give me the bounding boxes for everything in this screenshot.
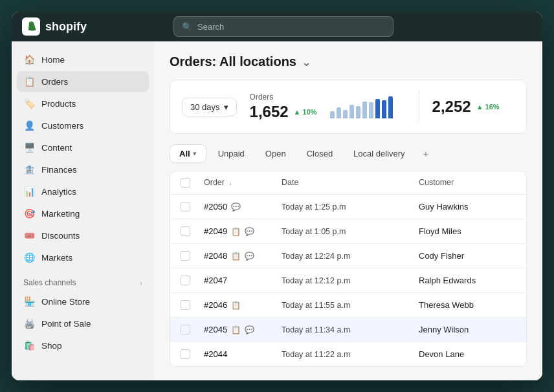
orders-value: 1,652 xyxy=(250,103,289,121)
tab-add-button[interactable]: + xyxy=(417,144,436,163)
order-customer: Theresa Webb xyxy=(419,300,516,310)
sidebar-item-analytics[interactable]: 📊 Analytics xyxy=(17,181,149,202)
tab-open[interactable]: Open xyxy=(256,145,295,162)
table-row[interactable]: #2045 📋💬 Today at 11:34 a.m Jenny Wilson xyxy=(170,318,526,342)
sidebar-item-shop[interactable]: 🛍️ Shop xyxy=(17,335,149,356)
sidebar-item-point-of-sale[interactable]: 🖨️ Point of Sale xyxy=(17,313,149,334)
table-row[interactable]: #2044 Today at 11:22 a.m Devon Lane xyxy=(170,342,526,366)
row-checkbox[interactable] xyxy=(181,202,204,212)
table-row[interactable]: #2049 📋💬 Today at 1:05 p.m Floyd Miles xyxy=(170,219,526,244)
orders-value-row: 1,652 10% xyxy=(250,103,317,121)
order-date: Today at 12:24 p.m xyxy=(282,252,419,261)
order-customer: Devon Lane xyxy=(419,349,516,359)
sidebar-item-online-store[interactable]: 🏪 Online Store xyxy=(17,291,149,312)
chevron-right-icon: › xyxy=(140,279,142,287)
date-filter[interactable]: 30 days ▾ xyxy=(182,98,237,116)
tab-all-chevron-icon: ▾ xyxy=(193,149,197,158)
chart-bar xyxy=(388,96,393,118)
analytics-icon: 📊 xyxy=(23,186,35,197)
tab-open-label: Open xyxy=(265,149,286,158)
pos-icon: 🖨️ xyxy=(23,318,35,329)
customers-icon: 👤 xyxy=(23,120,35,131)
sidebar-item-home[interactable]: 🏠 Home xyxy=(17,49,149,70)
row-checkbox[interactable] xyxy=(181,300,204,310)
order-number: #2044 xyxy=(204,349,282,359)
content-icon: 🖥️ xyxy=(23,142,35,153)
row-checkbox[interactable] xyxy=(181,276,204,285)
content-area: Orders: All locations ⌄ 30 days ▾ Orders… xyxy=(154,41,542,380)
order-number: #2048 📋💬 xyxy=(204,251,282,261)
page-title: Orders: All locations xyxy=(170,54,296,69)
sidebar-item-products[interactable]: 🏷️ Products xyxy=(17,93,149,114)
table-row[interactable]: #2046 📋 Today at 11:55 a.m Theresa Webb xyxy=(170,293,526,318)
tab-all[interactable]: All ▾ xyxy=(170,144,206,163)
main-content: 🏠 Home 📋 Orders 🏷️ Products 👤 Customers … xyxy=(12,41,542,380)
message-icon: 💬 xyxy=(231,202,241,212)
sidebar-item-marketing[interactable]: 🎯 Marketing xyxy=(17,203,149,224)
sidebar-item-finances[interactable]: 🏦 Finances xyxy=(17,159,149,180)
nav-label-markets: Markets xyxy=(41,253,72,263)
sidebar-item-customers[interactable]: 👤 Customers xyxy=(17,115,149,136)
chart-bar xyxy=(362,102,367,118)
order-number: #2045 📋💬 xyxy=(204,325,282,334)
sidebar-item-discounts[interactable]: 🎟️ Discounts xyxy=(17,225,149,246)
note-icon: 📋 xyxy=(231,252,241,261)
message-icon: 💬 xyxy=(245,252,254,261)
nav-label-customers: Customers xyxy=(41,121,83,131)
second-trend: 16% xyxy=(476,103,500,111)
stats-card: 30 days ▾ Orders 1,652 10% 2,252 16% xyxy=(170,80,527,134)
tab-local-delivery-label: Local delivery xyxy=(353,149,405,158)
order-date: Today at 11:55 a.m xyxy=(282,301,419,310)
nav-label-analytics: Analytics xyxy=(41,187,76,197)
note-icon: 📋 xyxy=(231,325,241,334)
logo-icon xyxy=(22,17,40,36)
table-row[interactable]: #2050 💬 Today at 1:25 p.m Guy Hawkins xyxy=(170,195,526,219)
sales-channels-section: Sales channels › xyxy=(17,273,149,290)
stat-divider xyxy=(419,91,419,123)
date-filter-value: 30 days xyxy=(190,102,220,112)
sidebar-item-orders[interactable]: 📋 Orders xyxy=(17,71,149,92)
search-placeholder: Search xyxy=(197,22,224,32)
home-icon: 🏠 xyxy=(23,54,35,65)
select-all-checkbox[interactable] xyxy=(181,178,190,188)
order-date: Today at 1:05 p.m xyxy=(282,227,419,236)
sort-icon: ↓ xyxy=(228,179,232,186)
row-checkbox[interactable] xyxy=(181,251,204,261)
nav-label-online-store: Online Store xyxy=(41,297,90,307)
message-icon: 💬 xyxy=(245,325,254,334)
note-icon: 📋 xyxy=(231,301,241,310)
sidebar: 🏠 Home 📋 Orders 🏷️ Products 👤 Customers … xyxy=(12,41,154,380)
order-customer: Ralph Edwards xyxy=(419,276,516,285)
chart-bar xyxy=(337,107,341,118)
chart-bar xyxy=(375,99,380,118)
table-header: Order ↓ Date Customer xyxy=(170,171,526,195)
order-date: Today at 1:25 p.m xyxy=(282,202,419,212)
marketing-icon: 🎯 xyxy=(23,208,35,219)
dropdown-arrow-icon[interactable]: ⌄ xyxy=(302,55,311,69)
tabs-row: All ▾ Unpaid Open Closed Local delivery … xyxy=(170,144,527,163)
sidebar-item-content[interactable]: 🖥️ Content xyxy=(17,137,149,158)
sidebar-item-markets[interactable]: 🌐 Markets xyxy=(17,247,149,268)
tab-all-label: All xyxy=(179,149,190,158)
table-row[interactable]: #2047 Today at 12:12 p.m Ralph Edwards xyxy=(170,268,526,293)
row-checkbox[interactable] xyxy=(181,349,204,359)
tab-unpaid[interactable]: Unpaid xyxy=(209,145,254,162)
second-value-row: 2,252 16% xyxy=(432,98,500,116)
orders-icon: 📋 xyxy=(23,76,35,87)
order-customer: Cody Fisher xyxy=(419,251,516,261)
row-checkbox[interactable] xyxy=(181,325,204,334)
nav-label-content: Content xyxy=(41,143,72,153)
nav-label-orders: Orders xyxy=(41,77,68,87)
second-stat: 2,252 16% xyxy=(432,98,500,116)
tab-closed[interactable]: Closed xyxy=(298,145,342,162)
orders-table: Order ↓ Date Customer #2050 💬 Today at 1… xyxy=(170,171,527,367)
order-number: #2050 💬 xyxy=(204,202,282,212)
table-row[interactable]: #2048 📋💬 Today at 12:24 p.m Cody Fisher xyxy=(170,244,526,268)
search-bar[interactable]: 🔍 Search xyxy=(173,16,393,37)
nav-label-marketing: Marketing xyxy=(41,209,80,219)
header-order: Order ↓ xyxy=(204,178,282,188)
chart-bar xyxy=(382,100,386,118)
online-store-icon: 🏪 xyxy=(23,296,35,307)
tab-local-delivery[interactable]: Local delivery xyxy=(344,145,414,162)
row-checkbox[interactable] xyxy=(181,226,204,236)
